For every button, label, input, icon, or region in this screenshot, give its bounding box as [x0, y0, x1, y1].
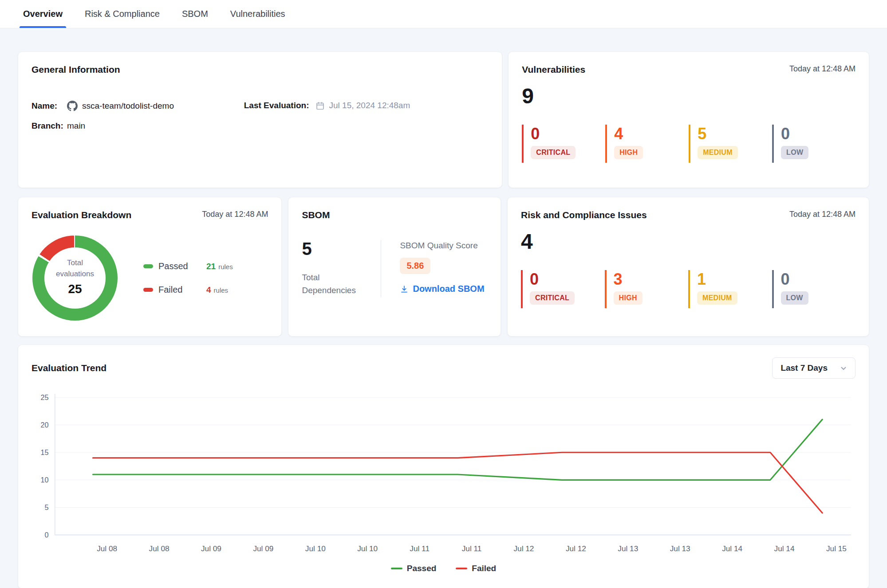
branch-value: main [67, 121, 85, 131]
repo-name-value: ssca-team/todolist-demo [82, 101, 174, 111]
general-information-title: General Information [32, 64, 120, 75]
svg-text:Jul 09: Jul 09 [253, 544, 273, 553]
sbom-quality-score-value: 5.86 [400, 258, 430, 274]
svg-text:Jul 11: Jul 11 [410, 544, 430, 553]
vuln-severity-critical: 0 CRITICAL [522, 125, 605, 163]
svg-text:Jul 11: Jul 11 [462, 544, 482, 553]
legend-row-passed: Passed 21rules [143, 261, 233, 271]
trend-chart-legend: Passed Failed [32, 564, 855, 576]
risk-compliance-total: 4 [521, 231, 855, 252]
vulnerabilities-card: Vulnerabilities Today at 12:48 AM 9 0 CR… [508, 51, 869, 188]
donut-center-line1: Total [67, 258, 83, 269]
vuln-high-badge: HIGH [614, 146, 643, 159]
vuln-critical-badge: CRITICAL [531, 146, 576, 159]
risk-medium-count: 1 [697, 271, 772, 288]
trend-legend-failed: Failed [456, 564, 496, 573]
download-icon [400, 285, 409, 294]
tab-sbom[interactable]: SBOM [181, 0, 209, 28]
risk-critical-badge: CRITICAL [530, 291, 575, 305]
repo-name-row: Name: ssca-team/todolist-demo [32, 101, 244, 111]
svg-text:Jul 08: Jul 08 [97, 544, 117, 553]
svg-text:0: 0 [45, 531, 49, 539]
trend-failed-label: Failed [472, 564, 496, 573]
total-dependencies-label: Total Dependencies [302, 271, 364, 297]
svg-text:Jul 10: Jul 10 [305, 544, 326, 553]
last-evaluation-label: Last Evaluation: [244, 101, 309, 110]
failed-count: 4 [206, 285, 211, 294]
legend-row-failed: Failed 4rules [143, 285, 233, 295]
risk-severity-medium: 1 MEDIUM [688, 270, 772, 308]
tab-vulnerabilities[interactable]: Vulnerabilities [229, 0, 286, 28]
svg-text:5: 5 [45, 503, 49, 511]
vuln-severity-high: 4 HIGH [605, 125, 689, 163]
passed-pill-icon [143, 264, 153, 268]
vuln-severity-medium: 5 MEDIUM [689, 125, 772, 163]
tab-risk-compliance[interactable]: Risk & Compliance [84, 0, 161, 28]
evaluation-breakdown-timestamp: Today at 12:48 AM [202, 210, 268, 219]
svg-text:15: 15 [41, 448, 49, 456]
risk-severity-low: 0 LOW [772, 270, 856, 308]
risk-critical-count: 0 [530, 271, 604, 288]
evaluation-breakdown-title: Evaluation Breakdown [32, 210, 131, 220]
risk-low-count: 0 [781, 271, 856, 288]
donut-center-total: 25 [68, 280, 82, 298]
vuln-low-count: 0 [781, 125, 855, 142]
svg-text:Jul 14: Jul 14 [774, 544, 795, 553]
passed-label: Passed [158, 261, 206, 271]
vuln-low-badge: LOW [781, 146, 808, 159]
svg-text:10: 10 [41, 476, 49, 484]
donut-center-line2: evaluations [56, 269, 94, 280]
sbom-quality-score-label: SBOM Quality Score [400, 241, 484, 251]
github-icon [67, 101, 78, 111]
svg-text:Jul 15: Jul 15 [826, 544, 847, 553]
chevron-down-icon [840, 365, 847, 372]
passed-line-swatch [391, 568, 402, 569]
sbom-title: SBOM [302, 210, 330, 220]
svg-text:Jul 13: Jul 13 [618, 544, 638, 553]
tab-overview[interactable]: Overview [22, 0, 63, 28]
date-range-selector[interactable]: Last 7 Days [772, 357, 855, 379]
vulnerabilities-title: Vulnerabilities [522, 64, 585, 75]
branch-row: Branch: main [32, 121, 244, 131]
dashboard-content: General Information Name: ssca-team/todo… [0, 28, 887, 588]
failed-unit: rules [214, 286, 229, 294]
vulnerabilities-timestamp: Today at 12:48 AM [789, 64, 855, 74]
svg-text:Jul 12: Jul 12 [513, 544, 534, 553]
download-sbom-link[interactable]: Download SBOM [400, 284, 484, 294]
risk-high-count: 3 [614, 271, 688, 288]
evaluation-trend-card: Evaluation Trend Last 7 Days 0510152025J… [18, 345, 869, 588]
top-tab-bar: Overview Risk & Compliance SBOM Vulnerab… [0, 0, 887, 28]
evaluation-breakdown-card: Evaluation Breakdown Today at 12:48 AM T… [18, 197, 282, 337]
calendar-icon [315, 101, 325, 110]
trend-passed-label: Passed [407, 564, 437, 573]
passed-count: 21 [206, 262, 216, 271]
svg-text:Jul 09: Jul 09 [201, 544, 221, 553]
evaluation-trend-title: Evaluation Trend [32, 363, 106, 373]
trend-legend-passed: Passed [391, 564, 437, 573]
failed-line-swatch [456, 568, 467, 569]
evaluations-donut-chart: Total evaluations 25 [32, 235, 118, 321]
last-evaluation-value: Jul 15, 2024 12:48am [329, 101, 410, 110]
vuln-high-count: 4 [614, 125, 689, 142]
name-label: Name: [32, 101, 67, 111]
vuln-critical-count: 0 [531, 125, 605, 142]
evaluation-trend-chart: 0510152025Jul 08Jul 08Jul 09Jul 09Jul 10… [32, 390, 855, 557]
risk-low-badge: LOW [781, 291, 808, 305]
risk-severity-high: 3 HIGH [605, 270, 688, 308]
vuln-medium-count: 5 [698, 125, 772, 142]
svg-text:25: 25 [41, 393, 49, 401]
svg-text:Jul 14: Jul 14 [722, 544, 742, 553]
svg-text:Jul 10: Jul 10 [357, 544, 378, 553]
risk-high-badge: HIGH [614, 291, 643, 305]
sbom-divider [381, 240, 381, 297]
date-range-value: Last 7 Days [781, 363, 828, 373]
sbom-card: SBOM 5 Total Dependencies SBOM Quality S… [288, 197, 501, 337]
vuln-medium-badge: MEDIUM [698, 146, 738, 159]
risk-compliance-timestamp: Today at 12:48 AM [789, 210, 855, 219]
svg-text:Jul 12: Jul 12 [566, 544, 586, 553]
risk-compliance-title: Risk and Compliance Issues [521, 210, 647, 220]
download-sbom-label: Download SBOM [413, 284, 484, 294]
svg-text:20: 20 [41, 421, 49, 429]
last-evaluation-row: Last Evaluation: Jul 15, 2024 12:48am [244, 101, 489, 110]
vulnerabilities-total: 9 [522, 86, 855, 107]
